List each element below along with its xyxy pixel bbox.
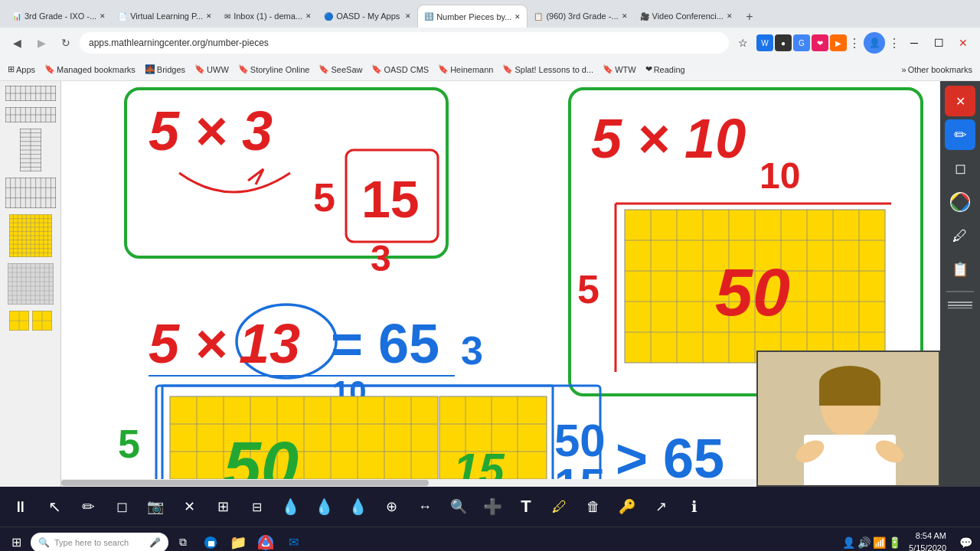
delete-tool[interactable]: ✕ bbox=[173, 491, 205, 523]
bookmark-storyline[interactable]: 🔖 Storyline Online bbox=[234, 63, 315, 76]
bookmark-seesaw[interactable]: 🔖 SeeSaw bbox=[314, 63, 367, 76]
color-tool-button[interactable] bbox=[945, 187, 975, 217]
share-tool[interactable]: ↗ bbox=[645, 491, 677, 523]
stamp-tool-button[interactable]: 📋 bbox=[945, 254, 975, 285]
highlight-bottom-tool[interactable]: 🖊 bbox=[544, 491, 576, 523]
bookmark-star[interactable]: ☆ bbox=[732, 32, 753, 54]
bookmark-heinemann[interactable]: 🔖 Heinemann bbox=[433, 63, 498, 76]
pause-button[interactable]: ⏸ bbox=[5, 491, 37, 523]
right-toolbar: ✕ ✏ ◻ 🖊 📋 bbox=[940, 81, 980, 487]
tab-6[interactable]: 📋 (960) 3rd Grade -... ✕ bbox=[528, 5, 633, 28]
horizontal-scrollbar[interactable] bbox=[61, 479, 756, 487]
taskbar-clock[interactable]: 8:54 AM 5/15/2020 bbox=[904, 530, 951, 551]
eraser-bottom-tool[interactable]: ◻ bbox=[106, 491, 138, 523]
reload-button[interactable]: ↻ bbox=[55, 32, 77, 54]
forward-button[interactable]: ▶ bbox=[31, 32, 52, 54]
grid-tool[interactable]: ⊞ bbox=[207, 491, 239, 523]
select-tool[interactable]: ↖ bbox=[38, 491, 70, 523]
piece-100-flat[interactable] bbox=[5, 86, 56, 104]
camera-tool[interactable]: 📷 bbox=[139, 491, 172, 523]
resize-tool[interactable]: ↔ bbox=[409, 491, 441, 523]
windows-taskbar: ⊞ 🔍 Type here to search 🎤 ⧉ 📁 ✉ 👤 🔊 📶 🔋 … bbox=[0, 527, 980, 551]
tab-2-close[interactable]: ✕ bbox=[206, 12, 212, 20]
move-tool[interactable]: ⊕ bbox=[375, 491, 407, 523]
menu-button[interactable]: ⋮ bbox=[888, 36, 900, 51]
back-button[interactable]: ◀ bbox=[6, 32, 28, 54]
address-input[interactable] bbox=[80, 32, 729, 54]
notification-button[interactable]: 💬 bbox=[954, 531, 977, 552]
highlight-tool-button[interactable]: 🖊 bbox=[945, 220, 975, 251]
info-tool[interactable]: ℹ bbox=[678, 491, 710, 523]
bookmark-oasd-cms[interactable]: 🔖 OASD CMS bbox=[367, 63, 433, 76]
svg-text:5 × 10: 5 × 10 bbox=[591, 108, 746, 169]
plus-tool[interactable]: ➕ bbox=[476, 491, 508, 523]
video-overlay bbox=[756, 350, 940, 487]
tab-7-close[interactable]: ✕ bbox=[727, 12, 733, 20]
bookmark-splat[interactable]: 🔖 Splat! Lessons to d... bbox=[498, 63, 598, 76]
search-placeholder: Type here to search bbox=[54, 538, 129, 547]
drop3-tool[interactable]: 💧 bbox=[341, 491, 374, 523]
grid2-tool[interactable]: ⊟ bbox=[240, 491, 273, 523]
maximize-button[interactable]: ☐ bbox=[928, 32, 949, 54]
bookmark-uww[interactable]: 🔖 UWW bbox=[190, 63, 234, 76]
task-view-button[interactable]: ⧉ bbox=[170, 530, 196, 552]
canvas-area[interactable]: 5 × 3 5 15 3 5 × 13 = 65 3 10 5 bbox=[61, 81, 940, 487]
tab-1-close[interactable]: ✕ bbox=[100, 12, 106, 20]
search-icon: 🔍 bbox=[38, 537, 50, 548]
tab-4[interactable]: 🔵 OASD - My Apps ✕ bbox=[318, 5, 417, 28]
extensions-area: W ● G ❤ ▶ ⋮ bbox=[756, 34, 861, 51]
zoom-tool[interactable]: 🔍 bbox=[443, 491, 475, 523]
window-close-button[interactable]: ✕ bbox=[952, 32, 974, 54]
tab-2[interactable]: 📄 Virtual Learning P... ✕ bbox=[112, 5, 218, 28]
pencil-tool[interactable]: ✏ bbox=[72, 491, 104, 523]
piece-small-yellow-pair[interactable] bbox=[9, 311, 52, 331]
chrome-taskbar[interactable] bbox=[253, 530, 279, 552]
bookmark-bridges[interactable]: 🌉 Bridges bbox=[140, 63, 190, 76]
more-tools-button[interactable] bbox=[945, 298, 975, 311]
start-button[interactable]: ⊞ bbox=[3, 530, 29, 552]
scrollbar-thumb[interactable] bbox=[61, 480, 429, 486]
eraser-tool-button[interactable]: ◻ bbox=[945, 153, 975, 184]
piece-10-vertical[interactable] bbox=[20, 129, 41, 174]
piece-100-flat2[interactable] bbox=[5, 107, 56, 126]
tab-5-active[interactable]: 🔢 Number Pieces by... ✕ bbox=[417, 5, 528, 28]
svg-text:5: 5 bbox=[577, 267, 599, 311]
svg-text:5 × 3: 5 × 3 bbox=[149, 100, 273, 161]
svg-text:50: 50 bbox=[224, 427, 299, 487]
tab-5-close[interactable]: ✕ bbox=[514, 13, 521, 21]
svg-text:15: 15 bbox=[361, 170, 420, 228]
key-tool[interactable]: 🔑 bbox=[611, 491, 643, 523]
text-tool[interactable]: T bbox=[510, 491, 542, 523]
tab-1[interactable]: 📊 3rd Grade - IXO -... ✕ bbox=[6, 5, 112, 28]
pen-tool-button[interactable]: ✏ bbox=[945, 119, 975, 150]
svg-text:10: 10 bbox=[760, 155, 800, 196]
microphone-icon[interactable]: 🎤 bbox=[149, 537, 161, 548]
bookmark-managed[interactable]: 🔖 Managed bookmarks bbox=[40, 63, 140, 76]
file-explorer-taskbar[interactable]: 📁 bbox=[225, 530, 251, 552]
close-tool-button[interactable]: ✕ bbox=[945, 86, 975, 116]
more-bookmarks[interactable]: » Other bookmarks bbox=[897, 64, 978, 76]
bookmark-wtw[interactable]: 🔖 WTW bbox=[598, 63, 640, 76]
taskbar-search-box[interactable]: 🔍 Type here to search 🎤 bbox=[31, 533, 168, 552]
bookmark-apps[interactable]: ⊞ Apps bbox=[3, 63, 40, 76]
drop2-tool[interactable]: 💧 bbox=[308, 491, 340, 523]
taskbar-right-area: 👤 🔊 📶 🔋 8:54 AM 5/15/2020 💬 bbox=[842, 530, 977, 551]
profile-button[interactable]: 👤 bbox=[864, 32, 885, 54]
tab-7[interactable]: 🎥 Video Conferenci... ✕ bbox=[634, 5, 739, 28]
piece-small-gray[interactable] bbox=[8, 263, 54, 308]
piece-100-h1[interactable] bbox=[5, 178, 56, 211]
tab-4-close[interactable]: ✕ bbox=[405, 12, 411, 20]
bookmark-reading[interactable]: ❤ Reading bbox=[641, 63, 690, 76]
trash-tool[interactable]: 🗑 bbox=[577, 491, 609, 523]
minimize-button[interactable]: ─ bbox=[903, 32, 925, 54]
edge-taskbar[interactable] bbox=[198, 530, 224, 552]
drop1-tool[interactable]: 💧 bbox=[274, 491, 306, 523]
outlook-taskbar[interactable]: ✉ bbox=[280, 530, 306, 552]
tab-3-close[interactable]: ✕ bbox=[305, 12, 312, 20]
tab-6-close[interactable]: ✕ bbox=[622, 12, 628, 20]
piece-100-yellow[interactable] bbox=[9, 214, 52, 260]
svg-text:= 65: = 65 bbox=[331, 313, 439, 374]
tab-3[interactable]: ✉ Inbox (1) - dema... ✕ bbox=[218, 5, 318, 28]
new-tab-button[interactable]: + bbox=[739, 6, 760, 28]
address-bar-row: ◀ ▶ ↻ ☆ W ● G ❤ ▶ ⋮ 👤 ⋮ ─ ☐ ✕ bbox=[0, 28, 980, 58]
